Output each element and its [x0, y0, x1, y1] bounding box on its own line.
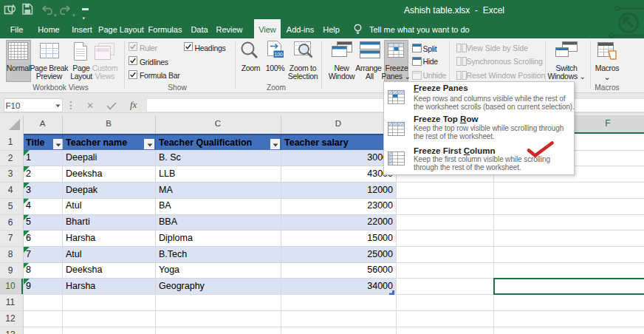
svg-text:100: 100 — [275, 52, 284, 57]
